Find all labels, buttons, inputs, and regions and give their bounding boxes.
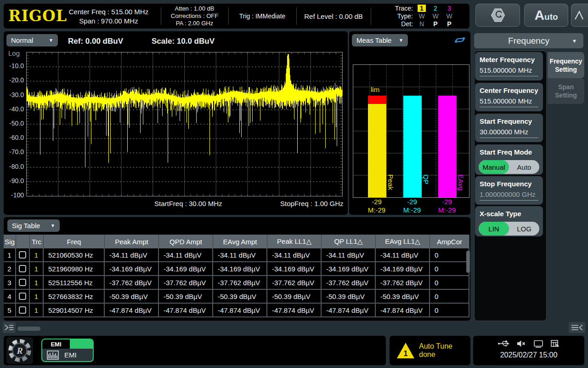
- atten-readout: Atten : 1.00 dB: [161, 5, 228, 12]
- chevron-down-icon: ▼: [572, 38, 577, 44]
- bar-value-label: -29: [429, 198, 465, 206]
- row-checkbox[interactable]: [19, 293, 26, 300]
- table-row[interactable]: 41527663832 Hz-50.39 dBµV-50.39 dBµV-50.…: [4, 290, 469, 304]
- trace-2-det: P: [429, 20, 442, 28]
- trace-1-indicator: 1: [418, 5, 426, 12]
- field-label: Start Freq Mode: [475, 144, 543, 156]
- preset-button[interactable]: [475, 4, 520, 27]
- atten-readout-block: Atten : 1.00 dB Corrections : OFF PA : 2…: [161, 5, 228, 27]
- table-cell: 1: [30, 248, 44, 261]
- table-cell: -34.169 dBµV: [213, 262, 267, 275]
- trace-1-det: N: [415, 20, 429, 28]
- bar-meter-value-label: M:-29: [358, 206, 395, 214]
- console-expand-icon[interactable]: [3, 322, 16, 333]
- table-cell: 0: [430, 262, 469, 275]
- stop-freq-label: StopFreq : 1.00 GHz: [280, 200, 344, 207]
- drag-handle[interactable]: [17, 327, 40, 331]
- tab-span-setting[interactable]: Span Setting: [548, 78, 584, 104]
- trace-2-type: W: [429, 12, 442, 20]
- toggle-option-lin[interactable]: LIN: [479, 222, 509, 236]
- table-cell: -37.762 dBµV: [376, 276, 430, 289]
- display-icon: [533, 339, 543, 348]
- usb-icon: [498, 339, 509, 348]
- table-header-cell: QP LL1△: [322, 235, 376, 248]
- meas-view-dropdown[interactable]: Meas Table ▼: [352, 34, 408, 46]
- partial-button[interactable]: [571, 4, 588, 27]
- table-cell: [16, 248, 30, 261]
- table-row[interactable]: 51529014507 Hz-47.874 dBµV-47.874 dBµV-4…: [4, 304, 469, 317]
- table-cell: -34.169 dBµV: [322, 262, 376, 275]
- toggle-option-log[interactable]: LOG: [509, 222, 539, 236]
- table-header-cell: EAvg LL1△: [376, 235, 430, 248]
- y-tick-label: -40.0: [4, 105, 24, 113]
- rigol-logo: RIGOL: [8, 7, 58, 25]
- corrections-readout: Corrections : OFF: [161, 12, 228, 20]
- spectrum-view-dropdown[interactable]: Normal ▼: [6, 34, 58, 46]
- svg-text:R: R: [16, 345, 23, 356]
- sidebar-menu-dropdown[interactable]: Frequency ▼: [474, 33, 583, 48]
- toggle-option-manual[interactable]: Manual: [479, 160, 509, 174]
- table-cell: 1: [30, 304, 44, 316]
- field-label: Meter Frequency: [475, 52, 543, 63]
- spectrum-panel: Normal ▼ Ref: 0.00 dBuV Scale: 10.0 dBuV…: [4, 31, 348, 215]
- auto-tune-button[interactable]: Auto: [524, 4, 568, 27]
- table-cell: -47.874 dBµV: [267, 304, 322, 316]
- meter-frequency-field[interactable]: Meter Frequency 515.000000 MHz: [475, 52, 543, 80]
- speaker-muted-icon: [516, 339, 526, 348]
- emi-mode-card[interactable]: EMI EMI: [41, 339, 94, 362]
- table-header-cell: Peak Ampt: [105, 235, 159, 248]
- row-checkbox[interactable]: [19, 306, 26, 314]
- field-value: 30.000000 MHz: [475, 128, 543, 136]
- stop-frequency-field[interactable]: Stop Frequency 1.000000000 GHz: [475, 176, 543, 205]
- table-row[interactable]: 21521960980 Hz-34.169 dBµV-34.169 dBµV-3…: [4, 262, 469, 276]
- chevron-down-icon: ▼: [399, 38, 403, 43]
- ref-label: Ref: 0.00 dBuV: [68, 37, 123, 46]
- table-cell: -50.39 dBµV: [376, 290, 430, 303]
- spectrum-plot: [26, 52, 343, 196]
- table-cell: 0: [430, 290, 469, 303]
- table-cell: -50.39 dBµV: [267, 290, 322, 303]
- field-value: 515.000000 MHz: [475, 97, 543, 105]
- tab-label: Frequency Setting: [548, 57, 584, 74]
- table-cell: -37.762 dBµV: [322, 276, 376, 289]
- xscale-toggle: LIN LOG: [479, 222, 539, 236]
- table-header-cell: [16, 235, 30, 248]
- start-frequency-field[interactable]: Start Frequency 30.000000 MHz: [475, 114, 543, 142]
- hexagon-refresh-icon: [489, 7, 507, 23]
- datetime-label: 2025/02/27 15:00: [473, 351, 584, 359]
- row-checkbox[interactable]: [19, 279, 26, 286]
- menu-collapse-icon[interactable]: [569, 322, 585, 333]
- row-checkbox[interactable]: [19, 265, 26, 272]
- ref-level-readout: Ref Level : 0.00 dB: [296, 4, 371, 29]
- table-cell: 1: [30, 276, 44, 289]
- table-cell: -50.39 dBµV: [213, 290, 267, 303]
- center-freq-readout: Center Freq : 515.00 MHz: [57, 7, 161, 17]
- table-row[interactable]: 31525112556 Hz-37.762 dBµV-37.762 dBµV-3…: [4, 276, 469, 290]
- table-cell: -34.11 dBµV: [322, 248, 376, 261]
- y-tick-label: -100: [4, 191, 24, 199]
- sig-table-dropdown[interactable]: Sig Table ▼: [7, 219, 60, 232]
- tab-frequency-setting[interactable]: Frequency Setting: [548, 52, 584, 78]
- table-cell: -34.169 dBµV: [105, 262, 159, 275]
- sidebar: Frequency ▼ Meter Frequency 515.000000 M…: [473, 31, 584, 322]
- row-checkbox[interactable]: [19, 251, 26, 259]
- chevron-down-icon: ▼: [49, 38, 53, 43]
- sidebar-menu-title: Frequency: [508, 36, 549, 46]
- table-cell: -47.874 dBµV: [322, 304, 376, 316]
- spectrum-trace-svg: [27, 52, 342, 196]
- table-row[interactable]: 11521060530 Hz-34.11 dBµV-34.11 dBµV-34.…: [4, 248, 469, 262]
- table-cell: -34.169 dBµV: [267, 262, 322, 275]
- table-scrollbar-thumb[interactable]: [466, 251, 470, 273]
- table-cell: -37.762 dBµV: [213, 276, 267, 289]
- rigol-gear-logo[interactable]: R: [6, 337, 33, 364]
- refresh-icon[interactable]: [453, 35, 467, 45]
- table-cell: 0: [430, 276, 469, 289]
- center-frequency-field[interactable]: Center Frequency 515.000000 MHz: [475, 83, 543, 111]
- table-header-cell: QPD Ampt: [159, 235, 213, 248]
- notification-bar[interactable]: 1 Auto Tune done: [390, 336, 470, 365]
- table-cell: 1: [4, 248, 16, 261]
- toggle-option-auto[interactable]: Auto: [509, 160, 539, 174]
- trace-3-type: W: [442, 12, 456, 20]
- table-cell: 521060530 Hz: [44, 248, 105, 261]
- table-header-row: SigTrcFreqPeak AmptQPD AmptEAvg AmptPeak…: [4, 235, 469, 248]
